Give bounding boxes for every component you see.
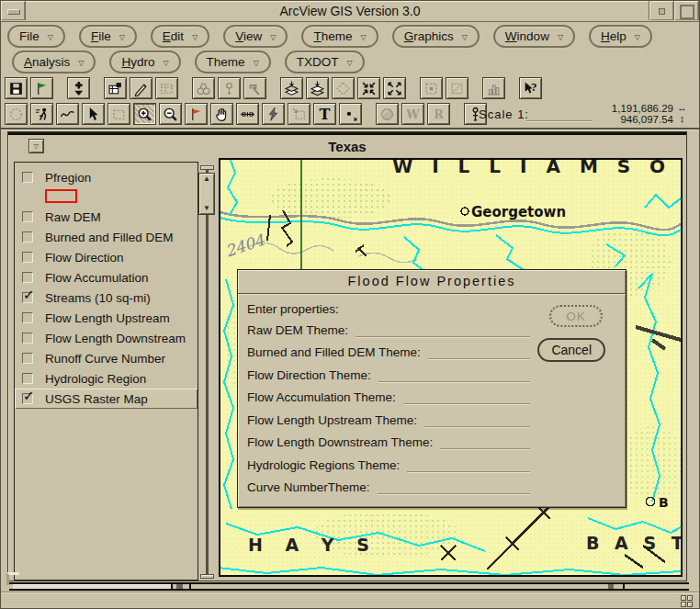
view-window-titlebar[interactable]: ▽ Texas <box>8 135 686 158</box>
flag-red-button[interactable] <box>185 103 208 125</box>
help-pointer-button[interactable]: ? <box>519 77 542 99</box>
resize-grip-icon[interactable] <box>681 595 694 608</box>
hammer-tool-button[interactable] <box>243 77 266 99</box>
map-label-county-bottom-right: B A S T R <box>586 533 681 553</box>
menu-analysis[interactable]: Analysis▽ <box>12 51 96 73</box>
scroll-up-icon[interactable]: ▲ <box>203 175 210 183</box>
menu-window[interactable]: Window▽ <box>493 25 575 48</box>
horizontal-scrollbar[interactable] <box>9 582 689 591</box>
theme-checkbox[interactable]: ✓ <box>22 292 33 303</box>
toc-item-raw-dem[interactable]: Raw DEM <box>15 207 198 227</box>
field-input-line[interactable] <box>378 480 530 494</box>
field-input-line[interactable] <box>424 413 530 427</box>
menu-graphics[interactable]: Graphics▽ <box>392 25 480 48</box>
field-input-line[interactable] <box>428 345 530 359</box>
theme-checkbox[interactable] <box>22 252 33 263</box>
theme-checkbox[interactable] <box>22 353 33 364</box>
cancel-button[interactable]: Cancel <box>537 338 605 362</box>
toc-item-usgs-raster-map[interactable]: ✓USGS Raster Map <box>15 389 198 409</box>
minimize-button[interactable] <box>649 1 674 20</box>
clear-selection-button[interactable] <box>446 77 469 99</box>
draw-line-button[interactable] <box>56 103 79 125</box>
toc-item-flow-length-downstream[interactable]: Flow Length Downstream <box>15 328 198 348</box>
toc-item-flow-accumulation[interactable]: Flow Accumulation <box>15 267 198 288</box>
menu-view[interactable]: View▽ <box>223 25 288 48</box>
theme-label: Flow Length Downstream <box>45 332 186 345</box>
field-input-line[interactable] <box>356 323 530 337</box>
hscroll-thumb[interactable] <box>13 584 173 589</box>
toc-scrollbar-cable[interactable] <box>206 165 209 579</box>
legend-editor-button[interactable] <box>130 77 152 99</box>
toc-item-streams-10-sq-mi-[interactable]: ✓Streams (10 sq-mi) <box>15 288 198 308</box>
flag-green-button[interactable] <box>30 77 53 99</box>
toc-item-pfregion[interactable]: Pfregion <box>15 167 198 187</box>
menu-edit[interactable]: Edit▽ <box>151 25 209 48</box>
dialog-titlebar[interactable]: Flood Flow Properties <box>238 270 626 294</box>
zoom-out-magnifier-button[interactable] <box>159 103 182 125</box>
window-corner-grip[interactable] <box>6 572 19 585</box>
menu-label: Analysis <box>24 55 70 69</box>
theme-checkbox[interactable] <box>22 272 33 283</box>
theme-checkbox[interactable]: ✓ <box>22 393 33 404</box>
attribute-table-button[interactable] <box>155 77 178 99</box>
theme-properties-button[interactable] <box>104 77 127 99</box>
zoom-in-fixed-button[interactable] <box>357 77 380 99</box>
menu-file[interactable]: File▽ <box>7 25 65 48</box>
letter-r-button[interactable]: R <box>427 103 450 125</box>
add-theme-button[interactable] <box>67 77 90 99</box>
pan-hand-button[interactable] <box>210 103 233 125</box>
measure-button[interactable] <box>236 103 259 125</box>
select-box-button[interactable] <box>107 103 130 125</box>
point-tool-button[interactable] <box>339 103 362 125</box>
hatch-circle-button[interactable] <box>376 103 399 125</box>
toc-item-runoff-curve-number[interactable]: Runoff Curve Number <box>15 348 198 368</box>
histogram-button[interactable] <box>482 77 505 99</box>
field-input-line[interactable] <box>378 368 530 382</box>
menu-dropdown-icon: ▽ <box>163 59 168 67</box>
theme-checkbox[interactable] <box>22 333 33 344</box>
query-builder-button[interactable] <box>218 77 241 99</box>
zoom-out-fixed-button[interactable] <box>383 77 406 99</box>
ok-button[interactable]: OK <box>549 305 603 327</box>
field-input-line[interactable] <box>440 435 530 449</box>
find-binoculars-button[interactable] <box>192 77 215 99</box>
letter-w-button[interactable]: W <box>401 103 424 125</box>
menu-hydro[interactable]: Hydro▽ <box>109 51 180 73</box>
menu-theme[interactable]: Theme▽ <box>301 25 378 48</box>
zoom-in-magnifier-button[interactable] <box>133 103 156 125</box>
toc-scrollbar-top-anchor[interactable] <box>200 165 214 170</box>
toc-scrollbar-elevator[interactable]: ▲ ▼ <box>198 173 215 215</box>
text-tool-button[interactable]: T <box>313 103 336 125</box>
pointer-button[interactable] <box>82 103 105 125</box>
menu-help[interactable]: Help▽ <box>589 25 652 48</box>
maximize-button[interactable] <box>673 1 699 20</box>
theme-checkbox[interactable] <box>22 373 33 384</box>
toc-item-flow-length-upstream[interactable]: Flow Length Upstream <box>15 308 198 328</box>
select-features-button[interactable] <box>420 77 443 99</box>
hotlink-lightning-button[interactable] <box>262 103 285 125</box>
toc-item-burned-and-filled-dem[interactable]: Burned and Filled DEM <box>15 227 198 247</box>
menu-theme[interactable]: Theme▽ <box>195 51 271 73</box>
zoom-full-extent-button[interactable] <box>280 77 303 99</box>
zoom-selected-button[interactable] <box>332 77 355 99</box>
theme-checkbox[interactable] <box>22 312 33 323</box>
zoom-active-theme-button[interactable] <box>306 77 329 99</box>
toc-item-hydrologic-region[interactable]: Hydrologic Region <box>15 368 198 389</box>
app-titlebar[interactable]: ArcView GIS Version 3.0 <box>1 1 699 22</box>
menu-file[interactable]: File▽ <box>79 25 137 48</box>
theme-checkbox[interactable] <box>22 172 33 183</box>
field-input-line[interactable] <box>407 458 530 472</box>
drag-rect-button[interactable] <box>288 103 310 125</box>
menu-txdot[interactable]: TXDOT▽ <box>285 51 365 73</box>
feature-info-button[interactable] <box>30 103 53 125</box>
scroll-down-icon[interactable]: ▼ <box>203 205 210 212</box>
identify-button[interactable] <box>5 103 28 125</box>
scale-label: Scale 1: <box>479 107 529 121</box>
field-input-line[interactable] <box>403 390 530 404</box>
dialog-field-row: Flow Direction Theme: <box>238 362 626 385</box>
theme-checkbox[interactable] <box>22 211 33 222</box>
toc-item-flow-direction[interactable]: Flow Direction <box>15 247 198 267</box>
toc-scrollbar-bottom-anchor[interactable] <box>200 574 214 579</box>
save-button[interactable] <box>5 77 28 99</box>
theme-checkbox[interactable] <box>22 231 33 242</box>
